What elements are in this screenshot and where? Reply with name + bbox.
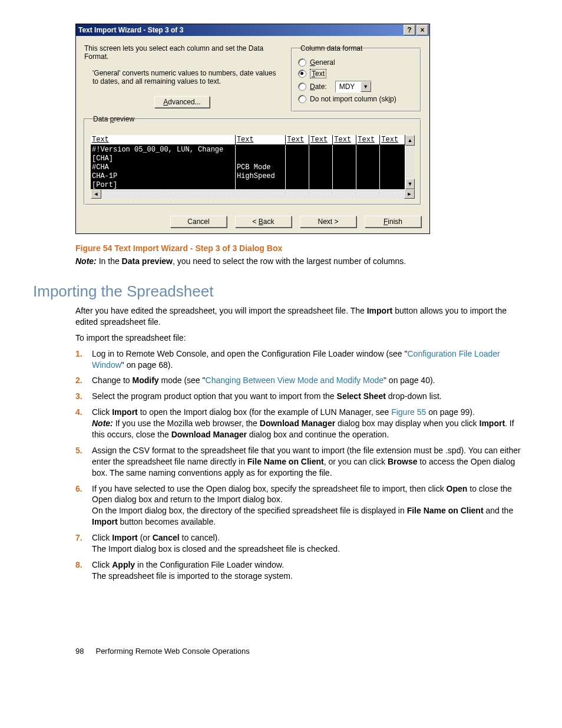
dialog-title: Text Import Wizard - Step 3 of 3 [78, 26, 404, 34]
figure-caption: Figure 54 Text Import Wizard - Step 3 of… [75, 243, 529, 253]
preview-row[interactable]: [Port] [91, 180, 405, 189]
description-2: 'General' converts numeric values to num… [84, 69, 280, 85]
step-1: Log in to Remote Web Console, and open t… [92, 348, 529, 371]
advanced-button[interactable]: Advanced... [154, 96, 209, 108]
format-legend: Column data format [298, 44, 365, 52]
link-figure-55[interactable]: Figure 55 [391, 407, 426, 417]
step-3: Select the program product option that y… [92, 391, 529, 402]
back-button[interactable]: < Back [235, 216, 292, 228]
finish-button[interactable]: Finish [365, 216, 421, 228]
data-preview-group: Data preview [84, 115, 421, 205]
radio-text[interactable] [298, 70, 306, 78]
col-header[interactable]: Text [286, 135, 309, 145]
step-6: If you have selected to use the Open dia… [92, 483, 529, 528]
preview-legend: Data preview [91, 115, 137, 123]
radio-date-label: Date: [310, 83, 327, 91]
advanced-label: dvanced... [168, 98, 200, 106]
text-import-wizard-dialog: Text Import Wizard - Step 3 of 3 ? × Thi… [75, 24, 430, 234]
preview-row[interactable]: #!Version 05_00_00, LUN, Change [91, 145, 405, 154]
preview-row[interactable]: #CHA PCB Mode [91, 163, 405, 172]
col-header[interactable]: Text [91, 135, 235, 145]
chapter-title: Performing Remote Web Console Operations [95, 647, 249, 655]
step-2: Change to Modify mode (see "Changing Bet… [92, 375, 529, 386]
chevron-down-icon: ▼ [361, 81, 371, 92]
titlebar[interactable]: Text Import Wizard - Step 3 of 3 ? × [76, 24, 429, 36]
page-footer: 98 Performing Remote Web Console Operati… [75, 647, 529, 655]
scroll-right-icon[interactable]: ► [404, 189, 415, 199]
help-button[interactable]: ? [404, 25, 415, 35]
date-format-dropdown[interactable]: MDY ▼ [335, 81, 372, 93]
col-header[interactable]: Text [309, 135, 333, 145]
preview-row[interactable]: [CHA] [91, 154, 405, 163]
radio-text-label: Text [310, 69, 326, 78]
preview-row[interactable]: CHA-1P HighSpeed [91, 172, 405, 180]
step-7: Click Import (or Cancel to cancel). The … [92, 532, 529, 555]
next-button[interactable]: Next > [300, 216, 356, 228]
section-heading: Importing the Spreadsheet [33, 282, 529, 301]
radio-skip-label: Do not import column (skip) [310, 95, 396, 103]
radio-skip[interactable] [298, 95, 306, 103]
date-format-value: MDY [336, 83, 361, 91]
horizontal-scrollbar[interactable]: ◄ ► [91, 189, 415, 199]
col-header[interactable]: Text [356, 135, 380, 145]
col-header[interactable]: Text [235, 135, 285, 145]
note-line: Note: In the Data preview, you need to s… [75, 256, 529, 266]
column-data-format-group: Column data format General Text Date: [292, 44, 421, 112]
steps-list: Log in to Remote Web Console, and open t… [75, 348, 529, 582]
description-1: This screen lets you select each column … [84, 44, 280, 61]
intro-paragraph: After you have edited the spreadsheet, y… [75, 305, 529, 328]
col-header[interactable]: Text [380, 135, 405, 145]
lead-paragraph: To import the spreadsheet file: [75, 332, 529, 344]
link-modify-mode[interactable]: Changing Between View Mode and Modify Mo… [206, 375, 384, 385]
scroll-up-icon[interactable]: ▲ [405, 135, 415, 146]
step-5: Assign the CSV format to the spreadsheet… [92, 445, 529, 479]
note-label: Note: [75, 256, 97, 266]
close-button[interactable]: × [416, 25, 428, 35]
scroll-down-icon[interactable]: ▼ [405, 179, 415, 189]
page-number: 98 [75, 647, 84, 655]
preview-header-row: Text Text Text Text Text Text Text [91, 135, 405, 145]
vertical-scrollbar[interactable]: ▲ ▼ [405, 135, 415, 189]
preview-table[interactable]: Text Text Text Text Text Text Text [91, 135, 405, 189]
cancel-button[interactable]: Cancel [170, 216, 227, 228]
radio-date[interactable] [298, 83, 306, 91]
scroll-left-icon[interactable]: ◄ [91, 189, 101, 199]
step-4: Click Import to open the Import dialog b… [92, 407, 529, 440]
radio-general[interactable] [298, 58, 306, 67]
step-8: Click Apply in the Configuration File Lo… [92, 559, 529, 582]
col-header[interactable]: Text [333, 135, 356, 145]
radio-general-label: General [310, 58, 335, 67]
